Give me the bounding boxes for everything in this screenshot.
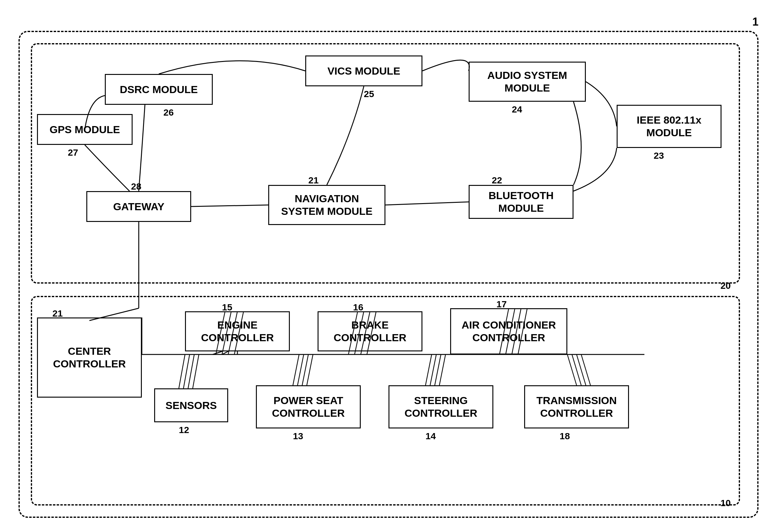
ref-1: 1 xyxy=(752,15,758,28)
ref-17: 17 xyxy=(496,299,506,309)
brake-controller: BRAKE CONTROLLER xyxy=(318,311,422,351)
ref-27: 27 xyxy=(68,147,78,158)
center-controller: CENTER CONTROLLER xyxy=(37,317,142,398)
ref-21-nav: 21 xyxy=(308,175,319,185)
audio-system-module: AUDIO SYSTEM MODULE xyxy=(469,62,586,102)
sensors: SENSORS xyxy=(154,388,228,422)
engine-controller: ENGINE CONTROLLER xyxy=(185,311,290,351)
vics-module: VICS MODULE xyxy=(305,55,422,86)
navigation-system-module: NAVIGATION SYSTEM MODULE xyxy=(268,185,385,225)
steering-controller: STEERING CONTROLLER xyxy=(388,385,493,429)
ref-22: 22 xyxy=(492,175,502,185)
ref-25: 25 xyxy=(364,89,374,99)
ref-15: 15 xyxy=(222,302,232,313)
ieee-module: IEEE 802.11x MODULE xyxy=(617,105,722,148)
dsrc-module: DSRC MODULE xyxy=(105,74,213,105)
ref-21-cc: 21 xyxy=(52,308,63,319)
ref-13: 13 xyxy=(293,431,303,441)
bluetooth-module: BLUETOOTH MODULE xyxy=(469,185,574,219)
gateway: GATEWAY xyxy=(86,191,191,222)
power-seat-controller: POWER SEAT CONTROLLER xyxy=(256,385,361,429)
ref-12: 12 xyxy=(179,425,189,435)
ref-26: 26 xyxy=(163,107,174,118)
ref-16: 16 xyxy=(353,302,363,313)
ref-23: 23 xyxy=(654,150,664,161)
air-conditioner-controller: AIR CONDITIONER CONTROLLER xyxy=(450,308,567,354)
ref-24: 24 xyxy=(512,104,522,115)
diagram-container: 1 20 10 VICS MODULE 25 DSRC MODULE 26 AU… xyxy=(12,12,768,521)
ref-14: 14 xyxy=(425,431,436,441)
ref-18: 18 xyxy=(560,431,570,441)
gps-module: GPS MODULE xyxy=(37,114,133,145)
transmission-controller: TRANSMISSION CONTROLLER xyxy=(524,385,629,429)
ref-28: 28 xyxy=(131,181,141,192)
ref-10: 10 xyxy=(721,498,731,508)
ref-20: 20 xyxy=(721,280,731,291)
